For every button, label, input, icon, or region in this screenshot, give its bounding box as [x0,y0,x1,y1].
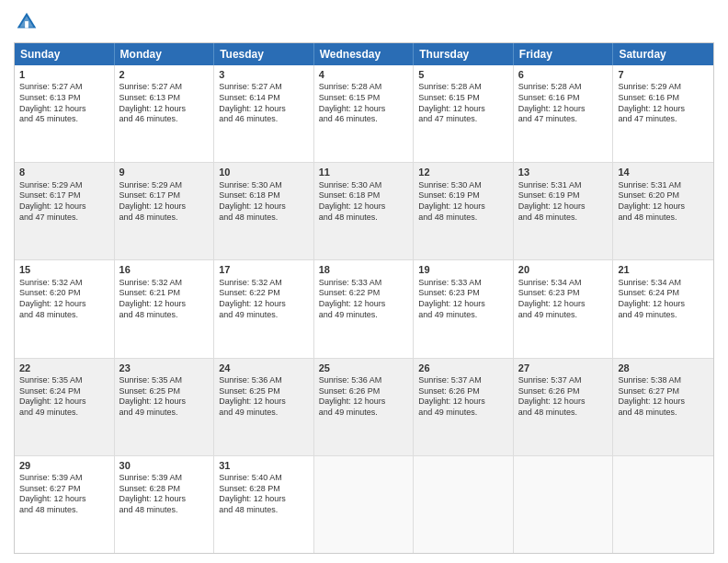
day-number: 13 [518,166,609,178]
day-info-line: Sunrise: 5:32 AM [119,278,210,289]
day-info-line: Daylight: 12 hours [518,396,609,408]
header-day-monday: Monday [115,43,215,65]
day-info-line: Sunset: 6:23 PM [518,288,609,299]
day-info-line: Daylight: 12 hours [219,201,309,213]
day-info-line: and 46 minutes. [119,114,210,125]
day-info-line: Sunset: 6:13 PM [19,93,109,104]
calendar-cell [514,456,614,553]
day-info-line: Daylight: 12 hours [319,104,409,115]
day-number: 1 [19,68,109,81]
calendar-cell: 21Sunrise: 5:34 AMSunset: 6:24 PMDayligh… [613,260,713,357]
calendar-cell: 5Sunrise: 5:28 AMSunset: 6:15 PMDaylight… [414,65,514,162]
day-info-line: Sunrise: 5:38 AM [618,375,709,386]
calendar-header: SundayMondayTuesdayWednesdayThursdayFrid… [15,43,713,65]
day-info-line: Sunrise: 5:27 AM [219,82,309,93]
day-number: 2 [119,68,210,81]
calendar-cell: 26Sunrise: 5:37 AMSunset: 6:26 PMDayligh… [414,359,514,455]
day-info-line: Sunset: 6:17 PM [119,190,210,201]
day-info-line: Sunset: 6:24 PM [618,288,709,299]
day-number: 15 [19,263,109,276]
header [14,9,714,35]
calendar-cell: 8Sunrise: 5:29 AMSunset: 6:17 PMDaylight… [15,163,115,259]
header-day-wednesday: Wednesday [314,43,415,65]
calendar-cell: 27Sunrise: 5:37 AMSunset: 6:26 PMDayligh… [514,359,614,455]
svg-rect-2 [25,21,28,28]
day-number: 7 [618,68,709,81]
day-info-line: and 49 minutes. [19,408,109,419]
calendar-row-5: 29Sunrise: 5:39 AMSunset: 6:27 PMDayligh… [15,455,713,553]
day-info-line: and 45 minutes. [19,114,109,125]
calendar-cell: 4Sunrise: 5:28 AMSunset: 6:15 PMDaylight… [314,65,415,162]
day-info-line: Daylight: 12 hours [119,396,210,408]
calendar-row-1: 1Sunrise: 5:27 AMSunset: 6:13 PMDaylight… [15,65,713,162]
day-info-line: Sunrise: 5:40 AM [219,473,309,484]
day-info-line: Sunset: 6:21 PM [119,288,210,299]
calendar-cell: 11Sunrise: 5:30 AMSunset: 6:18 PMDayligh… [314,163,415,259]
calendar-cell: 25Sunrise: 5:36 AMSunset: 6:26 PMDayligh… [314,359,415,455]
day-info-line: Daylight: 12 hours [618,396,709,408]
header-day-sunday: Sunday [15,43,115,65]
day-number: 24 [219,362,309,374]
calendar-cell: 23Sunrise: 5:35 AMSunset: 6:25 PMDayligh… [115,359,215,455]
calendar-cell: 30Sunrise: 5:39 AMSunset: 6:28 PMDayligh… [115,456,215,553]
day-info-line: Sunset: 6:20 PM [19,288,109,299]
day-info-line: Daylight: 12 hours [19,201,109,213]
day-info-line: Sunrise: 5:30 AM [418,180,508,191]
day-info-line: Sunrise: 5:39 AM [119,473,210,484]
day-number: 6 [518,68,609,81]
day-info-line: Sunrise: 5:29 AM [618,82,709,93]
day-info-line: Sunrise: 5:35 AM [19,375,109,386]
day-info-line: and 49 minutes. [618,310,709,321]
day-info-line: Sunset: 6:20 PM [618,190,709,201]
calendar-cell: 17Sunrise: 5:32 AMSunset: 6:22 PMDayligh… [214,260,314,357]
day-info-line: Sunset: 6:27 PM [19,484,109,495]
day-number: 11 [319,166,409,178]
day-info-line: and 47 minutes. [518,114,609,125]
day-number: 16 [119,263,210,276]
day-info-line: Daylight: 12 hours [618,299,709,310]
day-number: 10 [219,166,309,178]
calendar-cell [314,456,415,553]
day-info-line: and 49 minutes. [319,408,409,419]
day-number: 28 [618,362,709,374]
calendar-cell: 10Sunrise: 5:30 AMSunset: 6:18 PMDayligh… [214,163,314,259]
day-info-line: Sunset: 6:14 PM [219,93,309,104]
day-info-line: Sunrise: 5:35 AM [119,375,210,386]
calendar-cell: 9Sunrise: 5:29 AMSunset: 6:17 PMDaylight… [115,163,215,259]
calendar-cell: 14Sunrise: 5:31 AMSunset: 6:20 PMDayligh… [613,163,713,259]
calendar-cell: 3Sunrise: 5:27 AMSunset: 6:14 PMDaylight… [214,65,314,162]
day-number: 4 [319,68,409,81]
day-info-line: Sunset: 6:26 PM [518,386,609,397]
calendar-cell: 15Sunrise: 5:32 AMSunset: 6:20 PMDayligh… [15,260,115,357]
day-info-line: Sunrise: 5:30 AM [219,180,309,191]
day-number: 20 [518,263,609,276]
day-info-line: Daylight: 12 hours [319,396,409,408]
day-info-line: Sunrise: 5:29 AM [19,180,109,191]
day-info-line: Sunset: 6:17 PM [19,190,109,201]
day-info-line: Sunrise: 5:37 AM [418,375,508,386]
day-info-line: Daylight: 12 hours [518,299,609,310]
day-info-line: Sunset: 6:28 PM [119,484,210,495]
day-info-line: Sunset: 6:18 PM [219,190,309,201]
day-number: 26 [418,362,508,374]
day-info-line: Daylight: 12 hours [119,201,210,213]
day-info-line: Sunset: 6:25 PM [119,386,210,397]
day-info-line: Daylight: 12 hours [618,201,709,213]
day-info-line: and 48 minutes. [219,213,309,224]
day-info-line: Sunset: 6:15 PM [319,93,409,104]
calendar-cell: 18Sunrise: 5:33 AMSunset: 6:22 PMDayligh… [314,260,415,357]
logo-icon [14,9,40,35]
day-info-line: and 49 minutes. [418,310,508,321]
day-info-line: Sunset: 6:26 PM [319,386,409,397]
day-info-line: Sunrise: 5:39 AM [19,473,109,484]
day-number: 29 [19,459,109,472]
day-info-line: Sunrise: 5:28 AM [418,82,508,93]
calendar-cell: 2Sunrise: 5:27 AMSunset: 6:13 PMDaylight… [115,65,215,162]
day-info-line: Sunset: 6:26 PM [418,386,508,397]
day-info-line: Daylight: 12 hours [418,104,508,115]
day-info-line: Daylight: 12 hours [618,104,709,115]
calendar-cell: 22Sunrise: 5:35 AMSunset: 6:24 PMDayligh… [15,359,115,455]
day-info-line: Sunrise: 5:29 AM [119,180,210,191]
day-info-line: and 48 minutes. [219,505,309,516]
day-info-line: Sunrise: 5:31 AM [618,180,709,191]
